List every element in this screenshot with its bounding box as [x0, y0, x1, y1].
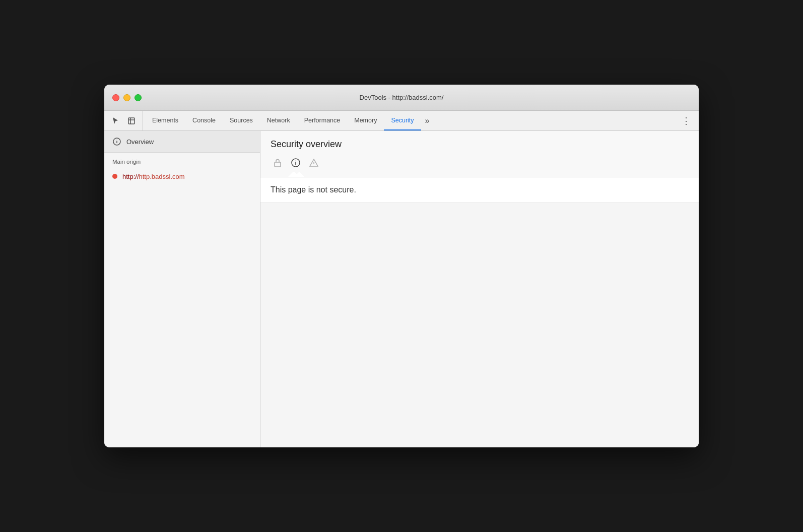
tabs-bar: Elements Console Sources Network Perform…: [145, 111, 421, 130]
sidebar: Overview Main origin http://http.badssl.…: [104, 131, 260, 447]
security-panel: Security overview: [260, 131, 699, 447]
svg-point-11: [314, 165, 314, 165]
main-content: Overview Main origin http://http.badssl.…: [104, 131, 699, 447]
info-icon: [289, 156, 303, 170]
warning-icon: [307, 156, 321, 170]
main-origin-label: Main origin: [104, 153, 260, 168]
origin-host: http.badssl.com: [139, 173, 185, 180]
maximize-button[interactable]: [135, 94, 142, 101]
tab-network[interactable]: Network: [260, 111, 297, 130]
minimize-button[interactable]: [123, 94, 130, 101]
panel-arrow: [288, 172, 299, 177]
info-circle-icon: [112, 137, 121, 146]
three-dots-icon: ⋮: [682, 115, 691, 126]
tab-elements[interactable]: Elements: [145, 111, 185, 130]
tab-security[interactable]: Security: [384, 111, 421, 130]
origin-status-dot: [112, 174, 117, 179]
svg-rect-0: [128, 118, 135, 124]
cursor-icon-button[interactable]: [108, 114, 122, 128]
tab-console[interactable]: Console: [185, 111, 223, 130]
not-secure-message: This page is not secure.: [260, 177, 699, 203]
chevron-right-icon: »: [425, 116, 430, 125]
cursor-icon: [111, 117, 119, 125]
origin-link[interactable]: http://http.badssl.com: [122, 172, 185, 181]
panel-title: Security overview: [271, 139, 689, 150]
close-button[interactable]: [112, 94, 119, 101]
layers-icon-button[interactable]: [124, 114, 139, 128]
tab-memory[interactable]: Memory: [347, 111, 384, 130]
title-bar: DevTools - http://badssl.com/: [104, 85, 699, 111]
svg-point-9: [295, 161, 296, 162]
security-icons-row: [271, 156, 689, 172]
devtools-window: DevTools - http://badssl.com/ Elements C…: [104, 85, 699, 447]
panel-empty-area: [260, 203, 699, 447]
origin-item[interactable]: http://http.badssl.com: [104, 168, 260, 185]
tab-performance[interactable]: Performance: [297, 111, 348, 130]
traffic-lights: [112, 94, 142, 101]
devtools-menu-button[interactable]: ⋮: [678, 111, 695, 130]
toolbar-spacer: [433, 111, 678, 130]
lock-icon: [271, 156, 285, 170]
origin-scheme: http://: [122, 173, 139, 180]
overview-label: Overview: [126, 138, 154, 146]
panel-header: Security overview: [260, 131, 699, 177]
tab-sources[interactable]: Sources: [223, 111, 260, 130]
tab-overflow-button[interactable]: »: [421, 111, 434, 130]
header-spacer: [271, 172, 689, 177]
toolbar: Elements Console Sources Network Perform…: [104, 111, 699, 131]
layers-icon: [127, 117, 136, 125]
toolbar-icons: [108, 111, 143, 130]
svg-rect-6: [275, 162, 281, 167]
svg-point-5: [117, 140, 117, 141]
window-title: DevTools - http://badssl.com/: [360, 94, 444, 101]
overview-item[interactable]: Overview: [104, 131, 260, 153]
